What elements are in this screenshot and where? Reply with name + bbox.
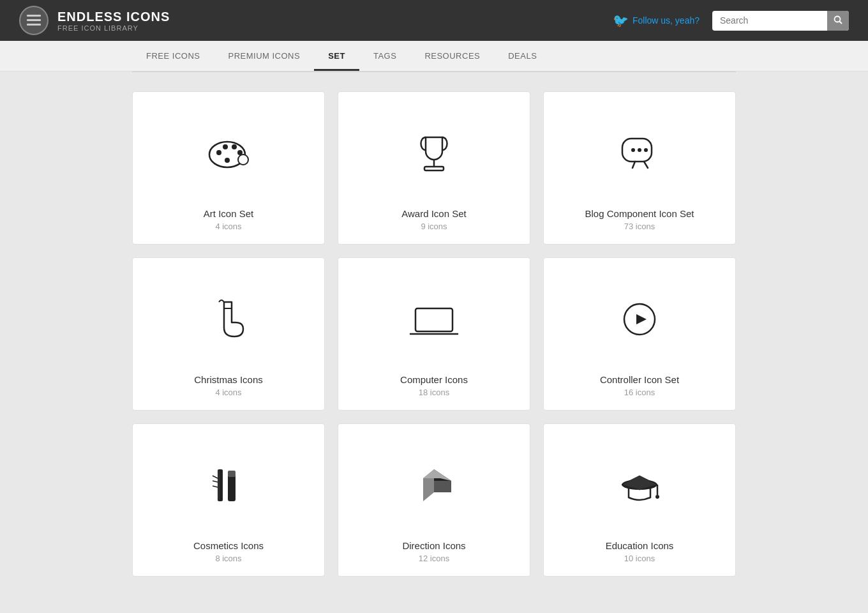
svg-point-37 — [655, 495, 659, 499]
header: ENDLESS ICONS FREE ICON LIBRARY 🐦 Follow… — [0, 0, 868, 41]
card-award-subtitle: 9 icons — [421, 222, 447, 231]
card-icon-direction — [405, 443, 463, 527]
search-input[interactable] — [712, 11, 827, 30]
svg-rect-13 — [424, 167, 444, 170]
site-subtitle: FREE ICON LIBRARY — [57, 24, 170, 32]
card-controller-icon-set[interactable]: Controller Icon Set 16 icons — [543, 257, 736, 411]
nav-item-resources[interactable]: RESOURCES — [410, 41, 494, 71]
nav-item-set[interactable]: SET — [314, 41, 359, 71]
svg-point-17 — [644, 148, 648, 152]
card-direction-title: Direction Icons — [402, 540, 465, 551]
nav-item-free-icons[interactable]: FREE ICONS — [132, 41, 214, 71]
card-icon-blog — [611, 111, 668, 195]
svg-marker-31 — [434, 481, 451, 492]
card-controller-subtitle: 16 icons — [624, 388, 655, 397]
card-cosmetics-subtitle: 8 icons — [215, 554, 241, 563]
card-icon-computer — [405, 277, 463, 361]
card-icon-controller — [611, 277, 668, 361]
logo-icon — [19, 6, 49, 35]
svg-point-6 — [216, 150, 221, 155]
card-blog-subtitle: 73 icons — [624, 222, 655, 231]
svg-line-29 — [213, 486, 218, 487]
nav-item-deals[interactable]: DEALS — [494, 41, 551, 71]
card-controller-title: Controller Icon Set — [600, 374, 679, 385]
logo-area: ENDLESS ICONS FREE ICON LIBRARY — [19, 6, 170, 35]
card-education-icons[interactable]: Education Icons 10 icons — [543, 423, 736, 577]
card-direction-icons[interactable]: Direction Icons 12 icons — [338, 423, 530, 577]
card-icon-art — [200, 111, 257, 195]
main-content: Art Icon Set 4 icons Award Icon Set 9 ic… — [0, 72, 868, 596]
card-education-title: Education Icons — [606, 540, 674, 551]
svg-point-3 — [835, 16, 841, 22]
svg-point-8 — [232, 144, 237, 149]
card-icon-christmas — [200, 277, 257, 361]
site-title: ENDLESS ICONS — [57, 10, 170, 24]
card-education-subtitle: 10 icons — [624, 554, 655, 563]
card-award-icon-set[interactable]: Award Icon Set 9 icons — [338, 91, 530, 245]
card-blog-icon-set[interactable]: Blog Component Icon Set 73 icons — [543, 91, 736, 245]
card-award-title: Award Icon Set — [401, 208, 466, 219]
nav-item-premium-icons[interactable]: PREMIUM ICONS — [214, 41, 314, 71]
twitter-follow-link[interactable]: 🐦 Follow us, yeah? — [613, 13, 700, 28]
svg-marker-22 — [636, 314, 647, 324]
logo-text: ENDLESS ICONS FREE ICON LIBRARY — [57, 10, 170, 32]
card-icon-award — [405, 111, 463, 195]
twitter-follow-text: Follow us, yeah? — [632, 15, 700, 26]
card-art-title: Art Icon Set — [204, 208, 253, 219]
card-computer-subtitle: 18 icons — [419, 388, 449, 397]
svg-line-4 — [840, 21, 842, 24]
svg-rect-26 — [228, 471, 236, 477]
card-art-icon-set[interactable]: Art Icon Set 4 icons — [132, 91, 325, 245]
nav-item-tags[interactable]: TAGS — [359, 41, 410, 71]
card-cosmetics-icons[interactable]: Cosmetics Icons 8 icons — [132, 423, 325, 577]
twitter-icon: 🐦 — [613, 13, 629, 28]
search-bar — [712, 11, 849, 31]
svg-rect-25 — [228, 474, 236, 501]
card-christmas-icons[interactable]: Christmas Icons 4 icons — [132, 257, 325, 411]
icon-set-grid: Art Icon Set 4 icons Award Icon Set 9 ic… — [132, 91, 736, 577]
card-computer-title: Computer Icons — [400, 374, 468, 385]
card-christmas-title: Christmas Icons — [194, 374, 263, 385]
card-cosmetics-title: Cosmetics Icons — [193, 540, 264, 551]
svg-point-15 — [631, 148, 635, 152]
card-direction-subtitle: 12 icons — [419, 554, 449, 563]
svg-line-28 — [213, 481, 218, 482]
card-computer-icons[interactable]: Computer Icons 18 icons — [338, 257, 530, 411]
search-button[interactable] — [827, 11, 849, 31]
card-icon-cosmetics — [200, 443, 257, 527]
nav-list: FREE ICONS PREMIUM ICONS SET TAGS RESOUR… — [132, 41, 736, 71]
card-icon-education — [611, 443, 668, 527]
svg-point-7 — [223, 144, 228, 149]
card-christmas-subtitle: 4 icons — [215, 388, 241, 397]
svg-rect-19 — [415, 308, 453, 331]
svg-rect-23 — [218, 469, 223, 501]
svg-point-11 — [238, 155, 248, 165]
card-art-subtitle: 4 icons — [215, 222, 241, 231]
svg-point-10 — [225, 158, 230, 163]
main-nav: FREE ICONS PREMIUM ICONS SET TAGS RESOUR… — [0, 41, 868, 72]
svg-rect-1 — [27, 19, 41, 21]
svg-rect-0 — [27, 15, 41, 17]
svg-line-27 — [213, 476, 218, 478]
svg-point-16 — [638, 148, 641, 152]
header-right: 🐦 Follow us, yeah? — [613, 11, 849, 31]
card-blog-title: Blog Component Icon Set — [585, 208, 694, 219]
svg-rect-2 — [27, 24, 41, 26]
